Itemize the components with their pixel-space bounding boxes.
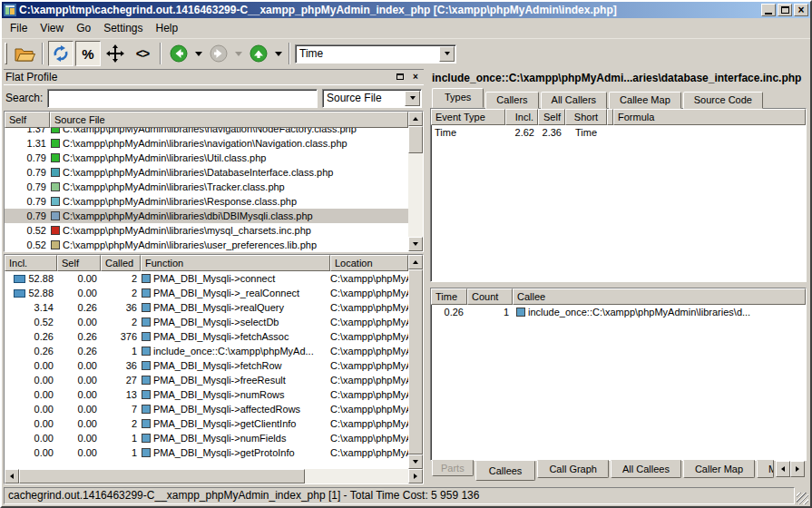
resize-grip[interactable] [797, 493, 808, 504]
call-count: 1 [467, 305, 513, 319]
column-header-time[interactable]: Time [431, 288, 467, 305]
scroll-up-button[interactable] [408, 112, 423, 126]
function-row[interactable]: 0.00 0.00 13 PMA_DBI_Mysqli->numRows C:\… [5, 387, 408, 402]
bottom-tab[interactable]: Caller Map [683, 460, 755, 478]
column-header-incl[interactable]: Incl. [5, 255, 57, 271]
cycle-detection-button[interactable]: <> [130, 41, 155, 66]
detail-tab[interactable]: Callee Map [609, 92, 681, 109]
function-row[interactable]: 52.88 0.00 2 PMA_DBI_Mysqli->connect C:\… [5, 271, 408, 286]
bottom-tab[interactable]: Callees [475, 461, 536, 481]
scroll-thumb[interactable] [408, 126, 423, 153]
source-file-row[interactable]: 1.37 C:\xampp\phpMyAdmin\libraries\navig… [5, 128, 408, 136]
column-header-spacer[interactable] [607, 109, 613, 125]
function-icon [142, 303, 151, 312]
function-row[interactable]: 52.88 0.00 2 PMA_DBI_Mysqli->_realConnec… [5, 286, 408, 300]
tab-scroll-right-button[interactable] [790, 461, 805, 477]
detail-tab[interactable]: All Callers [541, 92, 608, 109]
up-dropdown-button[interactable] [273, 41, 284, 66]
dock-title-bar[interactable]: Flat Profile × [4, 69, 424, 85]
source-file-row[interactable]: 0.52 C:\xampp\phpMyAdmin\libraries\user_… [5, 238, 408, 251]
column-header-self[interactable]: Self [57, 255, 101, 271]
bottom-tab[interactable]: All Callees [611, 460, 681, 478]
detail-tab[interactable]: Source Code [683, 92, 763, 109]
column-header-self[interactable]: Self [5, 112, 50, 128]
function-row[interactable]: 0.00 0.00 1 PMA_DBI_Mysqli->numFields C:… [5, 431, 408, 445]
menu-item[interactable]: File [4, 19, 34, 37]
scroll-track[interactable] [305, 469, 408, 484]
function-row[interactable]: 0.00 0.00 36 PMA_DBI_Mysqli->fetchRow C:… [5, 358, 408, 373]
column-header-formula[interactable]: Formula [613, 109, 806, 125]
column-header-short[interactable]: Short [565, 109, 607, 125]
menu-item[interactable]: Settings [97, 19, 149, 37]
callee-row[interactable]: 0.26 1 include_once::C:\xampp\phpMyAdmin… [431, 305, 806, 319]
source-file-row[interactable]: 0.52 C:\xampp\phpMyAdmin\libraries\mysql… [5, 223, 408, 238]
expand-button[interactable] [103, 41, 128, 66]
source-file-row[interactable]: 0.79 C:\xampp\phpMyAdmin\libraries\Respo… [5, 194, 408, 209]
title-bar[interactable]: C:\xampp\tmp\cachegrind.out.1416463299-C… [2, 2, 810, 18]
scroll-down-button[interactable] [408, 454, 423, 469]
bottom-tab[interactable]: Call Graph [537, 460, 609, 478]
scroll-up-button[interactable] [408, 255, 423, 269]
function-row[interactable]: 0.26 0.26 376 PMA_DBI_Mysqli->fetchAssoc… [5, 329, 408, 344]
column-header-source-file[interactable]: Source File [50, 112, 408, 128]
function-row[interactable]: 0.00 0.00 7 PMA_DBI_Mysqli->affectedRows… [5, 402, 408, 416]
event-type-select[interactable]: Time [295, 44, 456, 64]
scroll-down-button[interactable] [408, 237, 423, 251]
close-button[interactable]: × [794, 4, 808, 16]
maximize-button[interactable] [778, 4, 792, 16]
source-file-row[interactable]: 0.79 C:\xampp\phpMyAdmin\libraries\Util.… [5, 151, 408, 165]
menu-item[interactable]: Help [150, 19, 185, 37]
function-list-hscrollbar[interactable] [5, 469, 423, 484]
function-row[interactable]: 0.26 0.26 1 include_once::C:\xampp\phpMy… [5, 344, 408, 358]
scroll-right-button[interactable] [408, 469, 423, 484]
column-header-incl[interactable]: Incl. [505, 109, 538, 125]
scroll-thumb[interactable] [408, 269, 423, 454]
toolbar-handle[interactable] [5, 43, 7, 64]
up-button[interactable] [246, 41, 271, 66]
function-row[interactable]: 0.00 0.00 27 PMA_DBI_Mysqli->freeResult … [5, 373, 408, 387]
dock-close-button[interactable]: × [409, 72, 422, 83]
detail-tab[interactable]: Callers [485, 92, 538, 109]
source-file-row[interactable]: 0.79 C:\xampp\phpMyAdmin\libraries\Datab… [5, 165, 408, 180]
back-button[interactable] [166, 41, 191, 66]
function-row[interactable]: 0.00 0.00 1 PMA_DBI_Mysqli->getProtoInfo… [5, 445, 408, 460]
scroll-track[interactable] [408, 153, 423, 237]
column-header-function[interactable]: Function [141, 255, 330, 271]
scroll-thumb[interactable] [19, 469, 305, 484]
close-icon: × [413, 72, 418, 82]
detail-tab[interactable]: Types [432, 88, 484, 108]
percent-toggle-button[interactable]: % [75, 41, 101, 66]
function-row[interactable]: 0.52 0.00 2 PMA_DBI_Mysqli->selectDb C:\… [5, 315, 408, 329]
column-header-location[interactable]: Location [330, 255, 408, 271]
column-header-event-type[interactable]: Event Type [431, 109, 505, 125]
back-dropdown-button[interactable] [193, 41, 204, 66]
dock-float-button[interactable] [394, 72, 406, 83]
scroll-left-button[interactable] [5, 469, 19, 484]
column-header-self[interactable]: Self [538, 109, 565, 125]
tab-scroll-left-button[interactable] [776, 461, 790, 477]
column-header-callee[interactable]: Callee [513, 288, 806, 305]
source-list-vscrollbar[interactable] [408, 112, 423, 251]
bottom-tab[interactable]: Parts [432, 460, 474, 476]
reload-button[interactable] [48, 41, 73, 66]
forward-dropdown-button[interactable] [233, 41, 244, 66]
minimize-button[interactable] [761, 4, 776, 16]
function-row[interactable]: 3.14 0.26 36 PMA_DBI_Mysqli->realQuery C… [5, 300, 408, 315]
function-list-vscrollbar[interactable] [408, 255, 423, 469]
bottom-tab[interactable]: Machine [757, 460, 774, 478]
menu-item[interactable]: View [34, 19, 70, 37]
event-type-dropdown-button[interactable] [439, 46, 455, 62]
search-input[interactable] [47, 89, 318, 108]
menu-item[interactable]: Go [70, 19, 97, 37]
source-file-row[interactable]: 0.79 C:\xampp\phpMyAdmin\libraries\Track… [5, 180, 408, 194]
grouping-dropdown-button[interactable] [405, 91, 420, 106]
source-file-row[interactable]: 1.31 C:\xampp\phpMyAdmin\libraries\navig… [5, 136, 408, 151]
open-button[interactable] [12, 41, 37, 66]
grouping-select[interactable]: Source File [322, 89, 422, 108]
column-header-count[interactable]: Count [467, 288, 513, 305]
forward-button[interactable] [206, 41, 231, 66]
event-type-row[interactable]: Time 2.62 2.36 Time [431, 125, 806, 141]
function-row[interactable]: 0.00 0.00 2 PMA_DBI_Mysqli->getClientInf… [5, 416, 408, 431]
column-header-called[interactable]: Called [101, 255, 141, 271]
source-file-row[interactable]: 0.79 C:\xampp\phpMyAdmin\libraries\dbi\D… [5, 209, 408, 223]
